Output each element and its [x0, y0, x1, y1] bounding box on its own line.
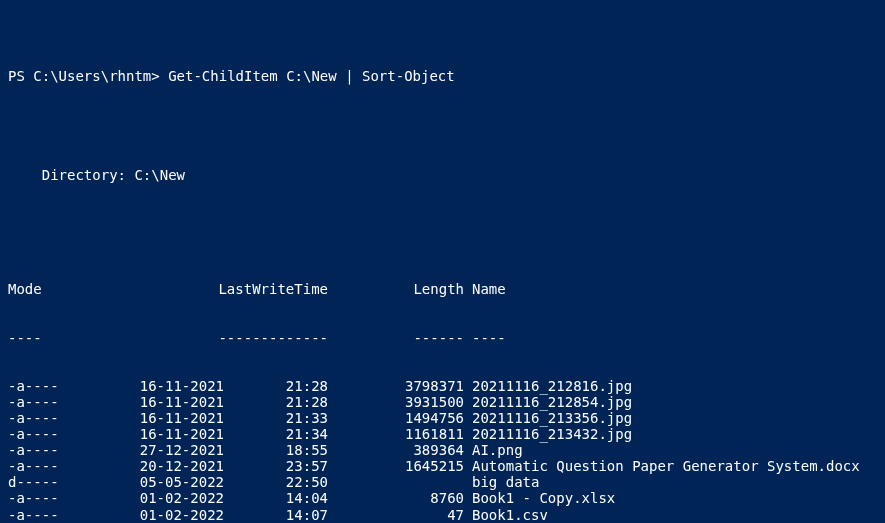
- blank-line: [8, 103, 877, 119]
- cell-date: 20-12-2021: [120, 458, 224, 474]
- separator-length: ------: [328, 330, 464, 346]
- cell-time: 21:28: [224, 378, 328, 394]
- cell-time: 23:57: [224, 458, 328, 474]
- cell-name: Book1 - Copy.xlsx: [464, 490, 877, 506]
- cell-length: 1494756: [328, 410, 464, 426]
- cell-name: big data: [464, 474, 877, 490]
- cell-mode: -a----: [8, 394, 120, 410]
- separator-lastwritetime: -------------: [120, 330, 328, 346]
- table-row: -a----16-11-202121:33149475620211116_213…: [8, 410, 877, 426]
- cell-mode: -a----: [8, 410, 120, 426]
- cell-length: 389364: [328, 442, 464, 458]
- cell-time: 14:04: [224, 490, 328, 506]
- cell-date: 16-11-2021: [120, 378, 224, 394]
- cell-mode: -a----: [8, 458, 120, 474]
- cell-name: 20211116_213432.jpg: [464, 426, 877, 442]
- table-body: -a----16-11-202121:28379837120211116_212…: [8, 378, 877, 523]
- separator-name: ----: [464, 330, 877, 346]
- table-row: -a----16-11-202121:28379837120211116_212…: [8, 378, 877, 394]
- cell-date: 27-12-2021: [120, 442, 224, 458]
- cell-mode: -a----: [8, 378, 120, 394]
- command-prompt-line: PS C:\Users\rhntm> Get-ChildItem C:\New …: [8, 68, 877, 84]
- cell-time: 18:55: [224, 442, 328, 458]
- cell-date: 01-02-2022: [120, 490, 224, 506]
- header-mode: Mode: [8, 281, 120, 297]
- cell-mode: d-----: [8, 474, 120, 490]
- table-row: -a----27-12-202118:55389364AI.png: [8, 442, 877, 458]
- cell-length: 1161811: [328, 426, 464, 442]
- cell-length: [328, 474, 464, 490]
- cell-time: 14:07: [224, 507, 328, 523]
- directory-line: Directory: C:\New: [8, 167, 877, 183]
- cell-time: 21:28: [224, 394, 328, 410]
- cell-date: 16-11-2021: [120, 426, 224, 442]
- cell-mode: -a----: [8, 426, 120, 442]
- header-length: Length: [328, 281, 464, 297]
- cell-length: 47: [328, 507, 464, 523]
- cell-length: 8760: [328, 490, 464, 506]
- cell-date: 01-02-2022: [120, 507, 224, 523]
- header-name: Name: [464, 281, 877, 297]
- cell-time: 21:34: [224, 426, 328, 442]
- cell-mode: -a----: [8, 507, 120, 523]
- cell-name: AI.png: [464, 442, 877, 458]
- cell-mode: -a----: [8, 442, 120, 458]
- cell-length: 3798371: [328, 378, 464, 394]
- cell-date: 16-11-2021: [120, 410, 224, 426]
- separator-mode: ----: [8, 330, 120, 346]
- cell-name: 20211116_212854.jpg: [464, 394, 877, 410]
- table-row: -a----20-12-202123:571645215Automatic Qu…: [8, 458, 877, 474]
- cell-length: 3931500: [328, 394, 464, 410]
- cell-date: 16-11-2021: [120, 394, 224, 410]
- cell-name: 20211116_213356.jpg: [464, 410, 877, 426]
- table-row: -a----01-02-202214:0747Book1.csv: [8, 507, 877, 523]
- cell-length: 1645215: [328, 458, 464, 474]
- cell-name: Book1.csv: [464, 507, 877, 523]
- cell-mode: -a----: [8, 490, 120, 506]
- cell-name: 20211116_212816.jpg: [464, 378, 877, 394]
- blank-line: [8, 135, 877, 151]
- cell-date: 05-05-2022: [120, 474, 224, 490]
- table-row: -a----16-11-202121:34116181120211116_213…: [8, 426, 877, 442]
- blank-line: [8, 233, 877, 249]
- header-lastwritetime: LastWriteTime: [120, 281, 328, 297]
- table-separator-row: ---- ------------- ------ ----: [8, 330, 877, 346]
- cell-time: 21:33: [224, 410, 328, 426]
- table-row: d-----05-05-202222:50big data: [8, 474, 877, 490]
- cell-time: 22:50: [224, 474, 328, 490]
- table-row: -a----16-11-202121:28393150020211116_212…: [8, 394, 877, 410]
- table-header-row: Mode LastWriteTime Length Name: [8, 281, 877, 297]
- table-row: -a----01-02-202214:048760Book1 - Copy.xl…: [8, 490, 877, 506]
- blank-line: [8, 201, 877, 217]
- cell-name: Automatic Question Paper Generator Syste…: [464, 458, 877, 474]
